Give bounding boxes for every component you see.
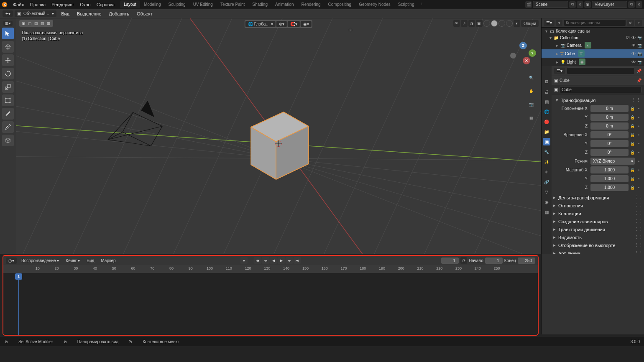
tl-marker[interactable]: Маркер xyxy=(99,257,118,264)
outliner-display-icon[interactable]: ▾ xyxy=(556,20,562,26)
section-motion[interactable]: ▸Траектории движения⋮⋮ xyxy=(552,225,644,233)
viewlayer-field[interactable]: ViewLayer xyxy=(592,1,627,8)
shade-matprev-icon[interactable] xyxy=(498,20,505,27)
add-workspace-button[interactable]: + xyxy=(418,0,426,8)
axis-z-icon[interactable]: Z xyxy=(519,42,527,49)
preview-range-icon[interactable]: ◔ xyxy=(460,257,467,264)
xray-toggle-icon[interactable]: ▣ xyxy=(476,20,483,27)
section-relations[interactable]: ▸Отношения⋮⋮ xyxy=(552,201,644,209)
tool-move[interactable] xyxy=(2,54,14,66)
tl-playback[interactable]: Воспроизведение ▾ xyxy=(19,257,61,264)
menu-help[interactable]: Справка xyxy=(94,1,118,8)
tab-modeling[interactable]: Modeling xyxy=(140,0,165,8)
tool-addcube[interactable] xyxy=(2,135,14,146)
tab-texpaint[interactable]: Texture Paint xyxy=(217,0,248,8)
hdr-view[interactable]: Вид xyxy=(58,10,72,18)
menu-window[interactable]: Окно xyxy=(77,1,94,8)
select-mode-dropdown[interactable]: ▦▾ xyxy=(3,21,13,26)
orientation-dropdown[interactable]: 🌐 Глоба… ▾ xyxy=(245,21,276,27)
ptab-constraint[interactable]: 🔗 xyxy=(543,178,550,186)
snap-dropdown[interactable]: 🧲▾ xyxy=(288,21,300,27)
props-search-input[interactable] xyxy=(567,67,635,74)
prev-key-button[interactable]: ◂◂ xyxy=(262,257,269,264)
tab-animation[interactable]: Animation xyxy=(271,0,297,8)
hdr-object[interactable]: Объект xyxy=(134,10,155,18)
playhead[interactable]: 1 xyxy=(18,273,19,335)
play-rev-button[interactable]: ◀ xyxy=(270,257,277,264)
play-button[interactable]: ▶ xyxy=(278,257,285,264)
select-box-icon[interactable]: ▣ xyxy=(22,21,26,25)
orientation-gizmo[interactable]: Z Y X xyxy=(510,42,536,68)
pivot-dropdown[interactable]: ⊕▾ xyxy=(276,21,287,27)
tool-rotate[interactable] xyxy=(2,68,14,79)
tool-measure[interactable] xyxy=(2,121,14,133)
hdr-select[interactable]: Выделение xyxy=(74,10,104,18)
ptab-scene[interactable]: 🌐 xyxy=(543,108,550,115)
tab-sculpting[interactable]: Sculpting xyxy=(165,0,189,8)
menu-render[interactable]: Рендеринг xyxy=(49,1,77,8)
axis-neg-icon[interactable] xyxy=(510,53,516,59)
outliner-item-cube[interactable]: ▸▽ Cube ▽ 👁📷 xyxy=(542,49,644,58)
tab-rendering[interactable]: Rendering xyxy=(297,0,324,8)
next-key-button[interactable]: ▸▸ xyxy=(286,257,293,264)
new-collection-icon[interactable]: ＋ xyxy=(635,20,642,26)
ptab-object[interactable]: ▣ xyxy=(543,138,550,145)
scene-new-icon[interactable]: ⧉ xyxy=(569,1,576,8)
ptab-particle[interactable]: ✨ xyxy=(543,158,550,166)
ptab-physics[interactable]: ⚛ xyxy=(543,168,550,176)
timeline-body[interactable]: 1 xyxy=(3,273,538,335)
scene-browse-icon[interactable]: 🎬 xyxy=(525,1,532,8)
section-visibility[interactable]: ▸Видимость⋮⋮ xyxy=(552,233,644,241)
proportional-dropdown[interactable]: ◉▾ xyxy=(301,21,312,27)
tab-scripting[interactable]: Scripting xyxy=(394,0,418,8)
hdr-add[interactable]: Добавить xyxy=(106,10,132,18)
viewlayer-icon[interactable]: ▣ xyxy=(584,1,591,8)
loc-y-field[interactable]: 0 m xyxy=(590,114,629,121)
tool-scale[interactable] xyxy=(2,81,14,93)
3d-viewport[interactable]: ▣ ▢ ▤ ▥ ▦ 🌐 Глоба… ▾ ⊕▾ 🧲▾ ◉▾ 👁 ↗ ◑ ▣ ▾ … xyxy=(16,18,541,254)
gizmo-toggle-icon[interactable]: ↗ xyxy=(461,20,468,27)
axis-y-icon[interactable]: Y xyxy=(529,49,536,57)
props-type-dropdown[interactable]: ☰▾ xyxy=(554,68,565,74)
loc-z-field[interactable]: 0 m xyxy=(590,122,629,130)
ptab-collection[interactable]: 📁 xyxy=(543,128,550,135)
ptab-texture[interactable]: ▦ xyxy=(543,208,550,216)
tl-view[interactable]: Вид xyxy=(84,257,96,264)
zoom-icon[interactable]: 🔍 xyxy=(527,74,535,82)
scale-x-field[interactable]: 1.000 xyxy=(590,166,629,173)
ptab-viewlayer[interactable]: ▤ xyxy=(543,98,550,105)
obj-name-field[interactable] xyxy=(560,86,641,93)
tab-shading[interactable]: Shading xyxy=(248,0,271,8)
perspective-icon[interactable]: ▦ xyxy=(527,114,535,122)
ptab-material[interactable]: ◉ xyxy=(543,198,550,206)
loc-x-field[interactable]: 0 m xyxy=(590,105,629,112)
section-collections[interactable]: ▸Коллекции⋮⋮ xyxy=(552,209,644,217)
shade-wire-icon[interactable] xyxy=(483,20,490,27)
ptab-modifier[interactable]: 🔧 xyxy=(543,148,550,156)
timeline-type-dropdown[interactable]: ◷▾ xyxy=(6,257,17,264)
tool-cursor[interactable] xyxy=(2,41,14,53)
outliner-type-dropdown[interactable]: ☰▾ xyxy=(544,20,555,26)
autokey-button[interactable]: ● xyxy=(240,257,248,264)
section-instancing[interactable]: ▸Создание экземпляров⋮⋮ xyxy=(552,217,644,225)
overlay-toggle-icon[interactable]: ◑ xyxy=(468,20,475,27)
end-frame-field[interactable]: 250 xyxy=(518,257,535,264)
ptab-data[interactable]: ▽ xyxy=(543,188,550,196)
tl-keying[interactable]: Кеинг ▾ xyxy=(64,257,82,264)
ptab-world[interactable]: 🔴 xyxy=(543,118,550,125)
mode-dropdown[interactable]: ▣Объектный … ▾ xyxy=(15,10,56,17)
shade-dropdown-icon[interactable]: ▾ xyxy=(514,20,520,27)
light-data-icon[interactable]: ◉ xyxy=(579,59,585,65)
jump-end-button[interactable]: ⏭ xyxy=(294,257,301,264)
axis-x-icon[interactable]: X xyxy=(523,57,530,64)
select-extend-icon[interactable]: ▢ xyxy=(28,21,32,25)
rot-y-field[interactable]: 0° xyxy=(590,140,629,147)
section-transform[interactable]: ▾Трансформация⋮⋮ xyxy=(554,96,641,104)
tool-select[interactable] xyxy=(2,28,14,39)
select-int-icon[interactable]: ▦ xyxy=(47,21,51,25)
collection-row[interactable]: ▾📁 Collection ☑👁📷 xyxy=(542,35,644,41)
outliner-search-input[interactable] xyxy=(564,19,626,26)
select-sub-icon[interactable]: ▤ xyxy=(34,21,38,25)
ptab-render[interactable]: 🖥 xyxy=(543,78,550,85)
scene-del-icon[interactable]: ✕ xyxy=(577,1,583,8)
